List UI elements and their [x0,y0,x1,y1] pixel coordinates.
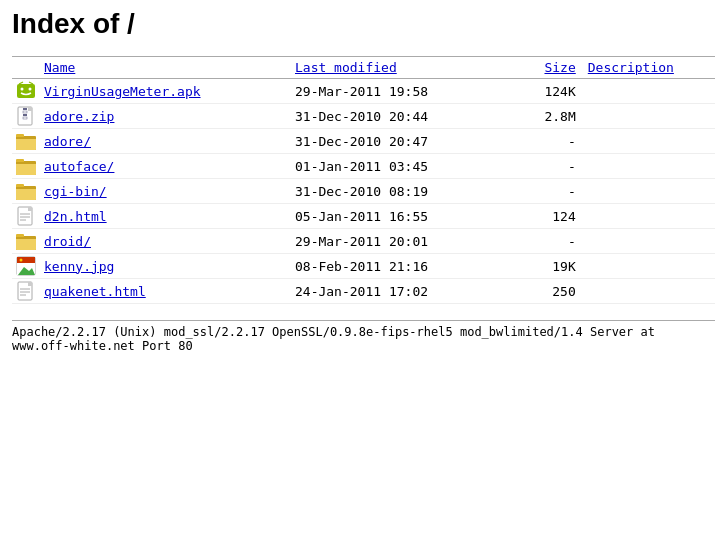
file-link[interactable]: kenny.jpg [44,259,114,274]
file-name-cell: quakenet.html [40,279,291,304]
table-row: kenny.jpg 08-Feb-2011 21:16 19K [12,254,715,279]
file-icon-cell [12,254,40,279]
file-icon-cell [12,204,40,229]
table-row: d2n.html 05-Jan-2011 16:55 124 [12,204,715,229]
sort-by-size-link[interactable]: Size [544,60,575,75]
table-row: autoface/ 01-Jan-2011 03:45 - [12,154,715,179]
table-header-row: Name Last modified Size Description [12,57,715,79]
file-icon-cell [12,279,40,304]
file-link[interactable]: droid/ [44,234,91,249]
server-footer: Apache/2.2.17 (Unix) mod_ssl/2.2.17 Open… [12,320,715,353]
file-date-cell: 05-Jan-2011 16:55 [291,204,514,229]
file-desc-cell [584,129,715,154]
file-desc-cell [584,79,715,104]
apk-icon [16,81,36,101]
file-size-cell: 124 [514,204,584,229]
header-date-col: Last modified [291,57,514,79]
file-link[interactable]: autoface/ [44,159,114,174]
file-name-cell: adore.zip [40,104,291,129]
file-icon-cell [12,229,40,254]
page-title: Index of / [12,8,715,40]
zip-icon [16,106,36,126]
file-name-cell: VirginUsageMeter.apk [40,79,291,104]
file-name-cell: autoface/ [40,154,291,179]
folder-icon [16,131,36,151]
file-date-cell: 01-Jan-2011 03:45 [291,154,514,179]
sort-by-desc-link[interactable]: Description [588,60,674,75]
file-date-cell: 08-Feb-2011 21:16 [291,254,514,279]
file-date-cell: 31-Dec-2010 08:19 [291,179,514,204]
file-link[interactable]: adore/ [44,134,91,149]
header-size-col: Size [514,57,584,79]
table-row: droid/ 29-Mar-2011 20:01 - [12,229,715,254]
folder-icon [16,181,36,201]
folder-icon [16,156,36,176]
image-icon [16,256,36,276]
table-row: adore/ 31-Dec-2010 20:47 - [12,129,715,154]
file-desc-cell [584,229,715,254]
file-name-cell: kenny.jpg [40,254,291,279]
file-link[interactable]: VirginUsageMeter.apk [44,84,201,99]
sort-by-name-link[interactable]: Name [44,60,75,75]
file-date-cell: 24-Jan-2011 17:02 [291,279,514,304]
file-size-cell: 19K [514,254,584,279]
file-size-cell: 2.8M [514,104,584,129]
file-link[interactable]: quakenet.html [44,284,146,299]
file-desc-cell [584,179,715,204]
file-size-cell: 124K [514,79,584,104]
html-icon [16,281,36,301]
file-size-cell: - [514,154,584,179]
table-row: VirginUsageMeter.apk 29-Mar-2011 19:58 1… [12,79,715,104]
file-icon-cell [12,79,40,104]
file-date-cell: 29-Mar-2011 19:58 [291,79,514,104]
file-listing-table: Name Last modified Size Description Virg… [12,56,715,304]
file-name-cell: cgi-bin/ [40,179,291,204]
file-desc-cell [584,279,715,304]
header-desc-col: Description [584,57,715,79]
file-date-cell: 31-Dec-2010 20:44 [291,104,514,129]
folder-icon [16,231,36,251]
file-size-cell: - [514,229,584,254]
header-icon-col [12,57,40,79]
file-icon-cell [12,179,40,204]
table-row: quakenet.html 24-Jan-2011 17:02 250 [12,279,715,304]
file-desc-cell [584,104,715,129]
table-row: adore.zip 31-Dec-2010 20:44 2.8M [12,104,715,129]
file-name-cell: droid/ [40,229,291,254]
header-name-col: Name [40,57,291,79]
file-icon-cell [12,104,40,129]
file-size-cell: - [514,129,584,154]
file-link[interactable]: adore.zip [44,109,114,124]
file-link[interactable]: d2n.html [44,209,107,224]
file-icon-cell [12,154,40,179]
file-name-cell: d2n.html [40,204,291,229]
file-name-cell: adore/ [40,129,291,154]
html-icon [16,206,36,226]
file-desc-cell [584,154,715,179]
file-link[interactable]: cgi-bin/ [44,184,107,199]
file-size-cell: 250 [514,279,584,304]
sort-by-date-link[interactable]: Last modified [295,60,397,75]
file-date-cell: 29-Mar-2011 20:01 [291,229,514,254]
file-desc-cell [584,204,715,229]
file-desc-cell [584,254,715,279]
file-size-cell: - [514,179,584,204]
file-icon-cell [12,129,40,154]
table-row: cgi-bin/ 31-Dec-2010 08:19 - [12,179,715,204]
file-date-cell: 31-Dec-2010 20:47 [291,129,514,154]
